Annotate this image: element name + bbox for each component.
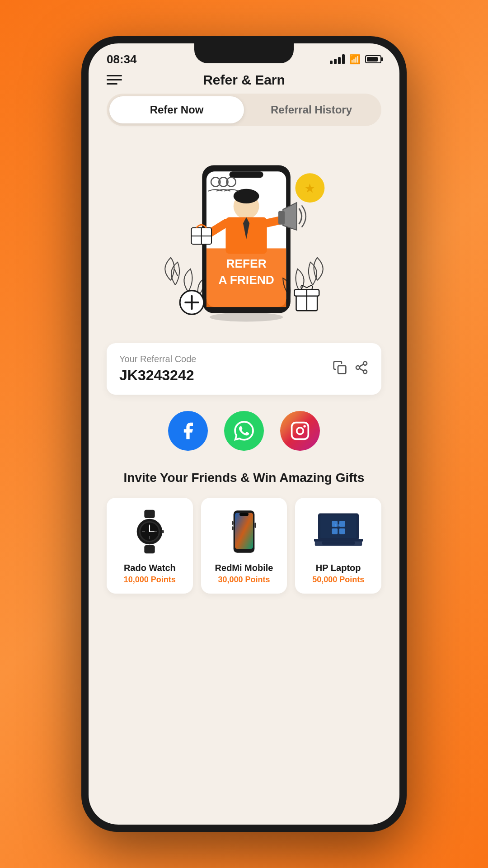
svg-text:REFER: REFER xyxy=(226,257,266,270)
gift-name-laptop: HP Laptop xyxy=(316,563,361,573)
scroll-content: REFER A FRIEND xyxy=(89,135,399,825)
svg-line-33 xyxy=(359,368,363,371)
svg-point-28 xyxy=(210,312,283,321)
gift-points-mobile: 30,000 Points xyxy=(218,575,270,585)
svg-point-36 xyxy=(297,428,304,434)
gift-points-laptop: 50,000 Points xyxy=(312,575,364,585)
mobile-image xyxy=(217,507,271,557)
svg-text:A FRIEND: A FRIEND xyxy=(218,273,274,287)
svg-rect-52 xyxy=(235,513,253,549)
phone-shell: 08:34 📶 Refer & Earn xyxy=(81,36,407,832)
svg-rect-53 xyxy=(239,513,249,516)
wifi-icon: 📶 xyxy=(349,54,361,65)
referral-code-label: Your Referral Code xyxy=(119,354,196,364)
svg-line-34 xyxy=(359,364,363,366)
svg-rect-39 xyxy=(145,545,155,553)
referral-code-actions xyxy=(333,360,369,378)
gifts-grid: Rado Watch 10,000 Points xyxy=(107,498,381,594)
notch xyxy=(194,43,294,63)
gift-card-watch: Rado Watch 10,000 Points xyxy=(107,498,193,594)
gift-points-watch: 10,000 Points xyxy=(124,575,176,585)
watch-image xyxy=(122,507,177,557)
svg-rect-55 xyxy=(232,521,233,525)
phone-screen: 08:34 📶 Refer & Earn xyxy=(89,43,399,825)
status-time: 08:34 xyxy=(107,52,137,66)
svg-rect-56 xyxy=(232,526,233,530)
svg-rect-62 xyxy=(332,528,338,534)
referral-code-value: JK3243242 xyxy=(119,367,196,384)
gift-card-mobile: RedMi Mobile 30,000 Points xyxy=(201,498,287,594)
menu-button[interactable] xyxy=(107,75,122,85)
gift-name-watch: Rado Watch xyxy=(124,563,176,573)
social-row xyxy=(107,411,381,451)
tab-referral-history[interactable]: Referral History xyxy=(244,96,379,123)
svg-point-37 xyxy=(303,425,306,428)
gift-card-laptop: HP HP Laptop 50,000 Points xyxy=(295,498,381,594)
status-icons: 📶 xyxy=(330,54,381,65)
tab-switcher: Refer Now Referral History xyxy=(107,94,381,126)
hero-illustration: REFER A FRIEND xyxy=(107,135,381,334)
page-title: Refer & Earn xyxy=(203,72,285,88)
svg-rect-38 xyxy=(145,510,155,518)
svg-text:★: ★ xyxy=(304,181,315,195)
header: Refer & Earn xyxy=(89,71,399,94)
svg-rect-63 xyxy=(339,528,345,534)
svg-rect-54 xyxy=(254,523,256,528)
svg-rect-35 xyxy=(292,423,309,439)
gift-name-mobile: RedMi Mobile xyxy=(215,563,273,573)
copy-button[interactable] xyxy=(333,360,347,378)
instagram-share-button[interactable] xyxy=(280,411,320,451)
svg-rect-49 xyxy=(162,530,164,533)
share-button[interactable] xyxy=(354,360,369,378)
svg-rect-67 xyxy=(314,539,363,541)
laptop-image: HP xyxy=(311,507,366,557)
svg-text:HP: HP xyxy=(335,523,341,528)
referral-code-box: Your Referral Code JK3243242 xyxy=(107,343,381,395)
battery-icon xyxy=(365,55,381,63)
whatsapp-share-button[interactable] xyxy=(224,411,264,451)
invite-title: Invite Your Friends & Win Amazing Gifts xyxy=(107,471,381,485)
tab-refer-now[interactable]: Refer Now xyxy=(109,96,244,123)
svg-rect-16 xyxy=(278,211,285,224)
facebook-share-button[interactable] xyxy=(168,411,208,451)
svg-rect-66 xyxy=(322,542,355,545)
svg-rect-2 xyxy=(230,171,263,178)
svg-rect-29 xyxy=(338,366,346,373)
signal-icon xyxy=(330,54,345,64)
referral-code-content: Your Referral Code JK3243242 xyxy=(119,354,196,384)
